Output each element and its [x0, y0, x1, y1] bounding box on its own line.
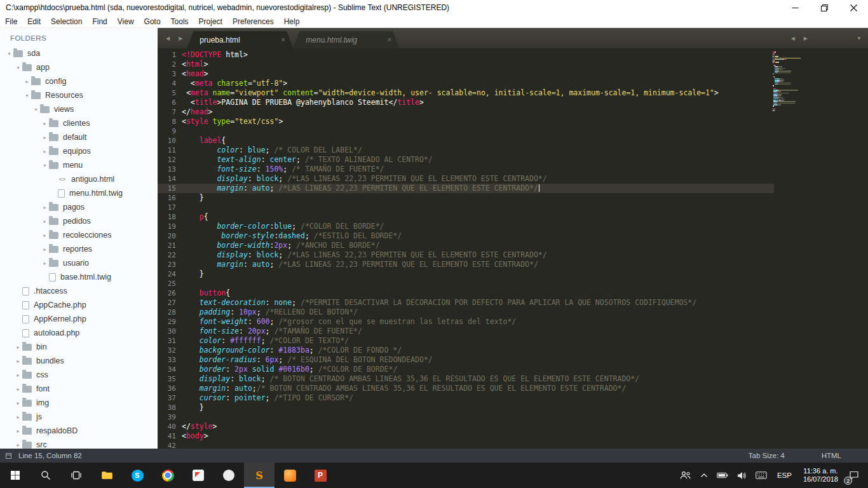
- sidebar-item-equipos[interactable]: ▸equipos: [0, 144, 158, 158]
- code-line-33[interactable]: 33 border-radius: 6px; /* ESQUINA DEL BO…: [158, 355, 774, 365]
- clock[interactable]: 11:36 a. m. 16/07/2018: [797, 467, 844, 484]
- sidebar-item-clientes[interactable]: ▸clientes: [0, 116, 158, 130]
- tab-overflow-icon[interactable]: ▼: [857, 36, 862, 41]
- menu-find[interactable]: Find: [87, 17, 112, 26]
- sidebar-item-pedidos[interactable]: ▸pedidos: [0, 214, 158, 228]
- code-line-42[interactable]: 42: [158, 441, 774, 449]
- code-line-37[interactable]: 37 cursor: pointer; /*TIPO DE CURSOR*/: [158, 393, 774, 403]
- code-line-40[interactable]: 40</style>: [158, 422, 774, 431]
- flag-app-taskbar-button[interactable]: [183, 463, 214, 488]
- sidebar-item-font[interactable]: ▸font: [0, 382, 158, 396]
- start-taskbar-button[interactable]: [0, 463, 31, 488]
- sublime-text-taskbar-button[interactable]: S: [244, 463, 275, 488]
- sidebar-item-views[interactable]: ▾views: [0, 102, 158, 116]
- sidebar-item-src[interactable]: ▸src: [0, 438, 158, 449]
- code-line-19[interactable]: 19 border-color:blue; /*COLOR DEL BORDE*…: [158, 222, 774, 231]
- code-line-5[interactable]: 5 <meta name="viewport" content="width=d…: [158, 88, 774, 98]
- battery-icon[interactable]: [712, 463, 733, 488]
- code-line-28[interactable]: 28 padding: 10px; /*RELLENO DEL BOTON*/: [158, 308, 774, 317]
- code-line-27[interactable]: 27 text-decoration: none; /*PERMITE DESA…: [158, 298, 774, 308]
- touch-keyboard-icon[interactable]: [751, 463, 771, 488]
- action-center-button[interactable]: 2: [844, 463, 868, 488]
- title-bar[interactable]: C:\xampp\htdocs\prueba.html (sda, nuevor…: [0, 0, 868, 15]
- chrome-taskbar-button[interactable]: [153, 463, 183, 488]
- sidebar-item-autoload.php[interactable]: autoload.php: [0, 326, 158, 340]
- sidebar-item-css[interactable]: ▸css: [0, 368, 158, 382]
- code-line-21[interactable]: 21 border-width:2px; /*ANCHO DEL BORDE*/: [158, 241, 774, 250]
- hidden-icons-chevron-icon[interactable]: [696, 463, 712, 488]
- tab-prueba.html[interactable]: prueba.html×: [187, 31, 293, 48]
- sidebar-item-appcache.php[interactable]: AppCache.php: [0, 298, 158, 312]
- sidebar-item-reportes[interactable]: ▸reportes: [0, 242, 158, 256]
- code-line-4[interactable]: 4 <meta charset="utf-8">: [158, 79, 774, 88]
- minimap[interactable]: [773, 51, 802, 112]
- sidebar-item-menu[interactable]: ▾menu: [0, 158, 158, 172]
- code-line-6[interactable]: 6 <title>PAGINA DE PRUEBA @yahenyblanco …: [158, 98, 774, 107]
- code-line-20[interactable]: 20 border-style:dashed; /*ESTILO DEL BOR…: [158, 231, 774, 241]
- syntax-indicator[interactable]: HTML: [822, 452, 841, 459]
- sidebar-item-js[interactable]: ▸js: [0, 410, 158, 424]
- code-line-39[interactable]: 39: [158, 412, 774, 422]
- tab-close-icon[interactable]: ×: [281, 36, 285, 44]
- sidebar-item-app[interactable]: ▾app: [0, 60, 158, 74]
- tab-scroll-right-icon[interactable]: ▶: [174, 36, 187, 41]
- menu-help[interactable]: Help: [279, 17, 305, 26]
- sidebar-item-recolecciones[interactable]: ▸recolecciones: [0, 228, 158, 242]
- sidebar-item-antiguo.html[interactable]: <>antiguo.html: [0, 172, 158, 186]
- tab-nav-forward-icon[interactable]: ▶: [799, 36, 812, 41]
- code-line-34[interactable]: 34 border: 2px solid #0016b0; /*COLOR DE…: [158, 365, 774, 374]
- code-line-18[interactable]: 18 p{: [158, 212, 774, 222]
- code-line-29[interactable]: 29 font-weight: 600; /*grosor con el que…: [158, 317, 774, 327]
- code-line-14[interactable]: 14 display: block; /*LAS LINEAS 22,23 PE…: [158, 174, 774, 184]
- code-line-8[interactable]: 8<style type="text/css">: [158, 117, 774, 126]
- code-line-1[interactable]: 1<!DOCTYPE html>: [158, 50, 774, 60]
- code-line-23[interactable]: 23 margin: auto; /*LAS LINEAS 22,23 PERM…: [158, 260, 774, 269]
- restore-button[interactable]: [810, 0, 839, 15]
- code-editor[interactable]: 1<!DOCTYPE html>2<html>3<head>4 <meta ch…: [158, 50, 774, 449]
- sidebar-item-img[interactable]: ▸img: [0, 396, 158, 410]
- code-line-35[interactable]: 35 display: block; /* BOTON CENTRADO AMB…: [158, 374, 774, 384]
- volume-icon[interactable]: [733, 463, 751, 488]
- skype-taskbar-button[interactable]: S: [122, 463, 153, 488]
- sidebar-item-config[interactable]: ▸config: [0, 74, 158, 88]
- code-line-9[interactable]: 9: [158, 126, 774, 136]
- sidebar-item-default[interactable]: ▸default: [0, 130, 158, 144]
- sidebar-item-respaldobd[interactable]: ▸respaldoBD: [0, 424, 158, 438]
- code-line-30[interactable]: 30 font-size: 20px; /*TAMAÑO DE FUENTE*/: [158, 327, 774, 336]
- code-line-36[interactable]: 36 margin: auto;/* BOTON CENTRADO AMBAS …: [158, 384, 774, 393]
- code-line-13[interactable]: 13 font-size: 150%; /* TAMAÑO DE FUENTE*…: [158, 165, 774, 174]
- menu-goto[interactable]: Goto: [139, 17, 166, 26]
- code-line-31[interactable]: 31 color: #ffffff; /*COLOR DE TEXTO*/: [158, 336, 774, 346]
- task-view-taskbar-button[interactable]: [61, 463, 92, 488]
- tab-nav-back-icon[interactable]: ◀: [787, 36, 799, 41]
- close-button[interactable]: [839, 0, 868, 15]
- sidebar-item-appkernel.php[interactable]: AppKernel.php: [0, 312, 158, 326]
- tab-menu.html.twig[interactable]: menu.html.twig×: [293, 31, 399, 48]
- tab-size-indicator[interactable]: Tab Size: 4: [749, 452, 785, 459]
- sidebar-item-resources[interactable]: ▾Resources: [0, 88, 158, 102]
- sidebar-item-base.html.twig[interactable]: base.html.twig: [0, 270, 158, 284]
- code-line-10[interactable]: 10 label{: [158, 136, 774, 146]
- tab-scroll-left-icon[interactable]: ◀: [161, 36, 174, 41]
- code-line-7[interactable]: 7</head>: [158, 107, 774, 117]
- people-icon[interactable]: [675, 463, 696, 488]
- powerpoint-taskbar-button[interactable]: P: [305, 463, 336, 488]
- code-line-15[interactable]: 15 margin: auto; /*LAS LINEAS 22,23 PERM…: [158, 184, 774, 193]
- code-line-16[interactable]: 16 }: [158, 193, 774, 203]
- sidebar-item-.htaccess[interactable]: .htaccess: [0, 284, 158, 298]
- sidebar-item-usuario[interactable]: ▸usuario: [0, 256, 158, 270]
- minimize-button[interactable]: [780, 0, 810, 15]
- orange-app-taskbar-button[interactable]: [275, 463, 305, 488]
- code-line-25[interactable]: 25: [158, 279, 774, 288]
- circle-app-taskbar-button[interactable]: [214, 463, 244, 488]
- sidebar-item-sda[interactable]: ▾sda: [0, 46, 158, 60]
- sidebar-item-pagos[interactable]: ▸pagos: [0, 200, 158, 214]
- search-taskbar-button[interactable]: [31, 463, 61, 488]
- code-line-3[interactable]: 3<head>: [158, 69, 774, 79]
- menu-selection[interactable]: Selection: [46, 17, 87, 26]
- code-line-17[interactable]: 17: [158, 203, 774, 212]
- code-line-11[interactable]: 11 color: blue; /* COLOR DEL LABEL*/: [158, 146, 774, 155]
- status-panel-icon[interactable]: [0, 452, 18, 459]
- menu-view[interactable]: View: [112, 17, 139, 26]
- menu-edit[interactable]: Edit: [22, 17, 46, 26]
